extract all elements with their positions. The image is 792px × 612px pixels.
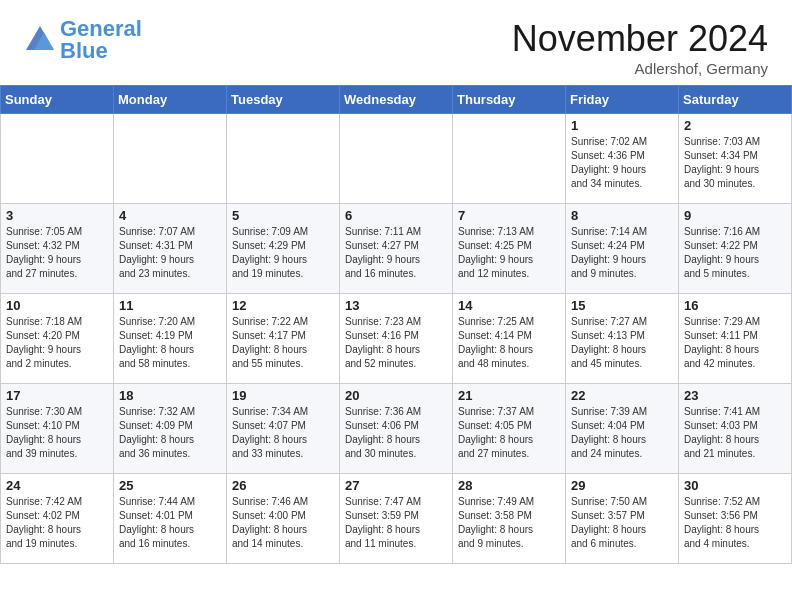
header: General Blue November 2024 Adlershof, Ge…: [0, 0, 792, 85]
day-info: Sunrise: 7:09 AMSunset: 4:29 PMDaylight:…: [232, 225, 334, 281]
day-number: 16: [684, 298, 786, 313]
day-info: Sunrise: 7:13 AMSunset: 4:25 PMDaylight:…: [458, 225, 560, 281]
calendar-cell: [1, 114, 114, 204]
day-info: Sunrise: 7:37 AMSunset: 4:05 PMDaylight:…: [458, 405, 560, 461]
day-info: Sunrise: 7:42 AMSunset: 4:02 PMDaylight:…: [6, 495, 108, 551]
day-info: Sunrise: 7:47 AMSunset: 3:59 PMDaylight:…: [345, 495, 447, 551]
day-info: Sunrise: 7:14 AMSunset: 4:24 PMDaylight:…: [571, 225, 673, 281]
day-info: Sunrise: 7:22 AMSunset: 4:17 PMDaylight:…: [232, 315, 334, 371]
weekday-header-sunday: Sunday: [1, 86, 114, 114]
day-number: 18: [119, 388, 221, 403]
day-info: Sunrise: 7:16 AMSunset: 4:22 PMDaylight:…: [684, 225, 786, 281]
day-number: 17: [6, 388, 108, 403]
calendar-cell: 13Sunrise: 7:23 AMSunset: 4:16 PMDayligh…: [340, 294, 453, 384]
day-info: Sunrise: 7:44 AMSunset: 4:01 PMDaylight:…: [119, 495, 221, 551]
day-number: 2: [684, 118, 786, 133]
calendar-cell: 30Sunrise: 7:52 AMSunset: 3:56 PMDayligh…: [679, 474, 792, 564]
day-number: 26: [232, 478, 334, 493]
day-number: 3: [6, 208, 108, 223]
day-number: 30: [684, 478, 786, 493]
calendar-cell: 25Sunrise: 7:44 AMSunset: 4:01 PMDayligh…: [114, 474, 227, 564]
day-number: 10: [6, 298, 108, 313]
day-number: 27: [345, 478, 447, 493]
calendar-cell: 6Sunrise: 7:11 AMSunset: 4:27 PMDaylight…: [340, 204, 453, 294]
calendar-cell: 15Sunrise: 7:27 AMSunset: 4:13 PMDayligh…: [566, 294, 679, 384]
weekday-header-tuesday: Tuesday: [227, 86, 340, 114]
calendar-cell: 11Sunrise: 7:20 AMSunset: 4:19 PMDayligh…: [114, 294, 227, 384]
day-number: 24: [6, 478, 108, 493]
calendar-cell: 22Sunrise: 7:39 AMSunset: 4:04 PMDayligh…: [566, 384, 679, 474]
calendar: SundayMondayTuesdayWednesdayThursdayFrid…: [0, 85, 792, 564]
title-block: November 2024 Adlershof, Germany: [512, 18, 768, 77]
day-number: 19: [232, 388, 334, 403]
calendar-cell: 19Sunrise: 7:34 AMSunset: 4:07 PMDayligh…: [227, 384, 340, 474]
calendar-cell: 23Sunrise: 7:41 AMSunset: 4:03 PMDayligh…: [679, 384, 792, 474]
day-number: 4: [119, 208, 221, 223]
day-number: 11: [119, 298, 221, 313]
day-info: Sunrise: 7:07 AMSunset: 4:31 PMDaylight:…: [119, 225, 221, 281]
calendar-cell: 10Sunrise: 7:18 AMSunset: 4:20 PMDayligh…: [1, 294, 114, 384]
day-number: 6: [345, 208, 447, 223]
calendar-cell: [340, 114, 453, 204]
day-number: 23: [684, 388, 786, 403]
calendar-cell: 14Sunrise: 7:25 AMSunset: 4:14 PMDayligh…: [453, 294, 566, 384]
day-info: Sunrise: 7:49 AMSunset: 3:58 PMDaylight:…: [458, 495, 560, 551]
calendar-cell: 29Sunrise: 7:50 AMSunset: 3:57 PMDayligh…: [566, 474, 679, 564]
calendar-cell: 16Sunrise: 7:29 AMSunset: 4:11 PMDayligh…: [679, 294, 792, 384]
calendar-cell: [227, 114, 340, 204]
day-info: Sunrise: 7:52 AMSunset: 3:56 PMDaylight:…: [684, 495, 786, 551]
day-number: 8: [571, 208, 673, 223]
weekday-header-wednesday: Wednesday: [340, 86, 453, 114]
day-info: Sunrise: 7:03 AMSunset: 4:34 PMDaylight:…: [684, 135, 786, 191]
day-number: 5: [232, 208, 334, 223]
day-info: Sunrise: 7:32 AMSunset: 4:09 PMDaylight:…: [119, 405, 221, 461]
calendar-cell: 2Sunrise: 7:03 AMSunset: 4:34 PMDaylight…: [679, 114, 792, 204]
calendar-cell: 24Sunrise: 7:42 AMSunset: 4:02 PMDayligh…: [1, 474, 114, 564]
day-info: Sunrise: 7:39 AMSunset: 4:04 PMDaylight:…: [571, 405, 673, 461]
day-number: 7: [458, 208, 560, 223]
day-info: Sunrise: 7:50 AMSunset: 3:57 PMDaylight:…: [571, 495, 673, 551]
day-info: Sunrise: 7:34 AMSunset: 4:07 PMDaylight:…: [232, 405, 334, 461]
month-title: November 2024: [512, 18, 768, 60]
location: Adlershof, Germany: [512, 60, 768, 77]
calendar-cell: 27Sunrise: 7:47 AMSunset: 3:59 PMDayligh…: [340, 474, 453, 564]
calendar-cell: 1Sunrise: 7:02 AMSunset: 4:36 PMDaylight…: [566, 114, 679, 204]
weekday-header-friday: Friday: [566, 86, 679, 114]
calendar-cell: 5Sunrise: 7:09 AMSunset: 4:29 PMDaylight…: [227, 204, 340, 294]
day-number: 1: [571, 118, 673, 133]
calendar-cell: 20Sunrise: 7:36 AMSunset: 4:06 PMDayligh…: [340, 384, 453, 474]
day-info: Sunrise: 7:11 AMSunset: 4:27 PMDaylight:…: [345, 225, 447, 281]
day-info: Sunrise: 7:27 AMSunset: 4:13 PMDaylight:…: [571, 315, 673, 371]
day-info: Sunrise: 7:18 AMSunset: 4:20 PMDaylight:…: [6, 315, 108, 371]
calendar-cell: 4Sunrise: 7:07 AMSunset: 4:31 PMDaylight…: [114, 204, 227, 294]
calendar-cell: [453, 114, 566, 204]
calendar-cell: 8Sunrise: 7:14 AMSunset: 4:24 PMDaylight…: [566, 204, 679, 294]
calendar-cell: 17Sunrise: 7:30 AMSunset: 4:10 PMDayligh…: [1, 384, 114, 474]
logo-icon: [24, 24, 56, 56]
day-info: Sunrise: 7:36 AMSunset: 4:06 PMDaylight:…: [345, 405, 447, 461]
logo: General Blue: [24, 18, 142, 62]
calendar-cell: 7Sunrise: 7:13 AMSunset: 4:25 PMDaylight…: [453, 204, 566, 294]
day-info: Sunrise: 7:02 AMSunset: 4:36 PMDaylight:…: [571, 135, 673, 191]
day-number: 22: [571, 388, 673, 403]
calendar-cell: 3Sunrise: 7:05 AMSunset: 4:32 PMDaylight…: [1, 204, 114, 294]
day-info: Sunrise: 7:20 AMSunset: 4:19 PMDaylight:…: [119, 315, 221, 371]
day-info: Sunrise: 7:46 AMSunset: 4:00 PMDaylight:…: [232, 495, 334, 551]
logo-blue: Blue: [60, 38, 108, 63]
calendar-cell: [114, 114, 227, 204]
day-number: 12: [232, 298, 334, 313]
day-number: 9: [684, 208, 786, 223]
day-info: Sunrise: 7:23 AMSunset: 4:16 PMDaylight:…: [345, 315, 447, 371]
day-number: 28: [458, 478, 560, 493]
logo-text: General Blue: [60, 18, 142, 62]
day-info: Sunrise: 7:30 AMSunset: 4:10 PMDaylight:…: [6, 405, 108, 461]
weekday-header-monday: Monday: [114, 86, 227, 114]
day-info: Sunrise: 7:05 AMSunset: 4:32 PMDaylight:…: [6, 225, 108, 281]
day-info: Sunrise: 7:25 AMSunset: 4:14 PMDaylight:…: [458, 315, 560, 371]
calendar-cell: 26Sunrise: 7:46 AMSunset: 4:00 PMDayligh…: [227, 474, 340, 564]
day-number: 20: [345, 388, 447, 403]
day-number: 15: [571, 298, 673, 313]
calendar-cell: 28Sunrise: 7:49 AMSunset: 3:58 PMDayligh…: [453, 474, 566, 564]
day-number: 13: [345, 298, 447, 313]
weekday-header-saturday: Saturday: [679, 86, 792, 114]
